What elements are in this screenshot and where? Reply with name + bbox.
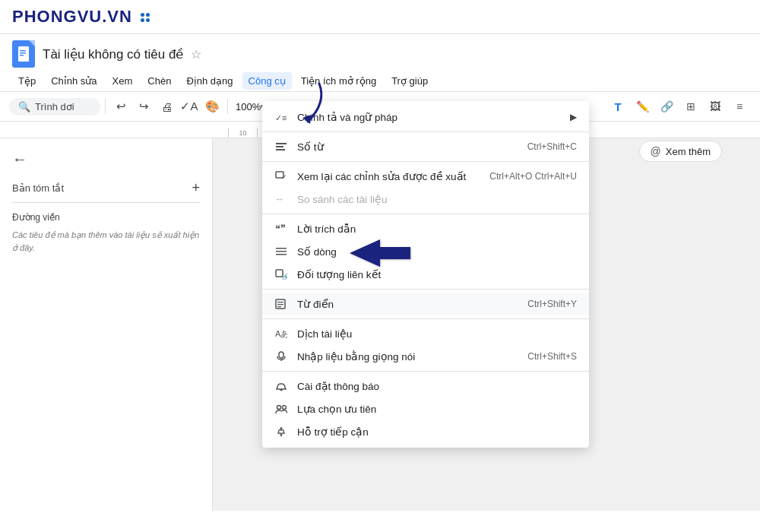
divider-4 [262, 289, 589, 290]
add-box-icon[interactable]: ⊞ [679, 95, 702, 118]
dropdown-item-tu-dien[interactable]: Từ điển Ctrl+Shift+Y [262, 293, 589, 315]
tu-dien-shortcut: Ctrl+Shift+Y [527, 299, 577, 309]
menu-tro-giup[interactable]: Trợ giúp [385, 72, 434, 90]
dropdown-item-doi-tuong[interactable]: 🔗 Đối tượng liên kết [262, 263, 589, 286]
xem-them-label: Xem thêm [666, 146, 711, 157]
svg-text:✓: ✓ [281, 173, 287, 181]
dropdown-item-so-sanh: ↔ So sánh các tài liệu [262, 188, 589, 211]
svg-rect-0 [18, 46, 29, 62]
dropdown-item-so-tu[interactable]: Số từ Ctrl+Shift+C [262, 135, 589, 158]
dropdown-item-cai-dat[interactable]: Cài đặt thông báo [262, 375, 589, 397]
print-btn[interactable]: 🖨 [156, 96, 177, 117]
text-icon[interactable]: T [606, 95, 629, 118]
svg-point-26 [283, 406, 287, 410]
doi-tuong-icon: 🔗 [274, 269, 288, 280]
so-sanh-label: So sánh các tài liệu [297, 193, 388, 205]
menu-xem[interactable]: Xem [106, 72, 139, 90]
star-icon[interactable]: ☆ [191, 47, 201, 62]
menu-tep[interactable]: Tệp [12, 72, 42, 90]
divider-2 [262, 161, 589, 162]
divider-3 [262, 214, 589, 214]
ho-tro-icon [274, 426, 288, 437]
svg-rect-13 [276, 251, 287, 252]
svg-rect-24 [280, 389, 283, 391]
xem-them-btn[interactable]: @ Xem thêm [639, 141, 722, 162]
svg-text:Aあ: Aあ [275, 329, 287, 338]
sidebar-divider [12, 202, 200, 203]
undo-btn[interactable]: ↩ [110, 96, 131, 117]
phongvu-header: PHONGVU.VN [0, 0, 760, 34]
logo-dots [141, 13, 150, 22]
image-icon[interactable]: 🖼 [704, 95, 727, 118]
svg-marker-28 [302, 115, 312, 124]
spellcheck-btn[interactable]: ✓A [179, 96, 200, 117]
doc-title: Tài liệu không có tiêu đề [43, 46, 183, 62]
xem-lai-icon: ✓ [274, 171, 288, 182]
divider-6 [262, 371, 589, 372]
t-letter: T [614, 100, 621, 113]
svg-rect-18 [277, 302, 283, 302]
dropdown-item-xem-lai[interactable]: ✓ Xem lại các chỉnh sửa được đề xuất Ctr… [262, 165, 589, 188]
so-tu-label: Số từ [297, 141, 324, 153]
at-icon: @ [651, 145, 661, 157]
toolbar-search[interactable]: 🔍 Trình dơi [9, 98, 100, 116]
sidebar-section-title: Bản tóm tắt [12, 182, 64, 194]
dropdown-menu: ✓≡ Chính tả và ngữ pháp ▶ Số từ Ctrl+Shi… [262, 101, 589, 448]
lua-chon-icon [274, 404, 288, 414]
menu-chen[interactable]: Chèn [141, 72, 177, 90]
chinh-ta-arrow: ▶ [570, 112, 577, 122]
so-tu-shortcut: Ctrl+Shift+C [527, 141, 577, 152]
dot-1 [141, 13, 144, 17]
sidebar-section-header: Bản tóm tắt + [12, 180, 200, 196]
dropdown-item-ho-tro[interactable]: Hỗ trợ tiếp cận [262, 420, 589, 443]
pencil-icon[interactable]: ✏️ [631, 95, 654, 118]
svg-rect-19 [277, 304, 283, 305]
ruler-mark-10: 10 [228, 128, 257, 138]
link-icon[interactable]: 🔗 [655, 95, 678, 118]
toolbar-divider-1 [105, 99, 106, 114]
loi-trich-icon: ❝❞ [274, 223, 288, 234]
align-icon[interactable]: ≡ [728, 95, 751, 118]
dot-2 [146, 13, 150, 17]
xem-lai-label: Xem lại các chỉnh sửa được đề xuất [297, 170, 466, 182]
sidebar-subheading: Đường viền [12, 212, 200, 223]
nhap-lieu-label: Nhập liệu bằng giọng nói [297, 350, 415, 363]
so-tu-icon [274, 141, 288, 152]
svg-rect-1 [20, 50, 26, 52]
docs-icon [12, 40, 35, 68]
divider-5 [262, 318, 589, 319]
svg-rect-22 [279, 352, 283, 358]
dropdown-item-nhap-lieu[interactable]: Nhập liệu bằng giọng nói Ctrl+Shift+S [262, 345, 589, 368]
svg-rect-5 [276, 143, 287, 144]
block-arrow-annotation [350, 239, 410, 270]
svg-rect-6 [276, 146, 283, 147]
logo-text: PHONGVU.VN [12, 7, 132, 26]
nhap-lieu-icon [274, 351, 288, 362]
svg-rect-14 [276, 254, 287, 255]
dot-4 [146, 18, 150, 22]
menu-dinh-dang[interactable]: Định dạng [180, 72, 239, 90]
dropdown-item-so-dong[interactable]: Số dòng [262, 240, 589, 263]
loi-trich-label: Lời trích dẫn [297, 223, 356, 235]
doi-tuong-label: Đối tượng liên kết [297, 268, 381, 280]
dropdown-item-loi-trich[interactable]: ❝❞ Lời trích dẫn [262, 217, 589, 240]
dich-label: Dịch tài liệu [297, 328, 352, 340]
svg-text:🔗: 🔗 [282, 273, 287, 280]
dot-3 [141, 18, 144, 22]
tu-dien-label: Từ điển [297, 298, 334, 310]
dropdown-item-dich[interactable]: Aあ Dịch tài liệu [262, 322, 589, 345]
svg-marker-29 [350, 239, 410, 267]
svg-point-27 [280, 427, 283, 429]
dich-icon: Aあ [274, 328, 288, 339]
sidebar-back-btn[interactable]: ← [12, 150, 200, 168]
title-bar: Tài liệu không có tiêu đề ☆ [0, 34, 760, 71]
toolbar-divider-2 [227, 99, 228, 114]
redo-btn[interactable]: ↪ [133, 96, 154, 117]
sidebar-add-btn[interactable]: + [192, 180, 200, 196]
paint-btn[interactable]: 🎨 [201, 96, 223, 117]
cai-dat-label: Cài đặt thông báo [297, 380, 379, 392]
menu-chinh-sua[interactable]: Chỉnh sửa [45, 72, 103, 90]
svg-rect-20 [277, 306, 281, 307]
dropdown-item-lua-chon[interactable]: Lựa chọn ưu tiên [262, 397, 589, 420]
svg-rect-12 [276, 248, 287, 249]
